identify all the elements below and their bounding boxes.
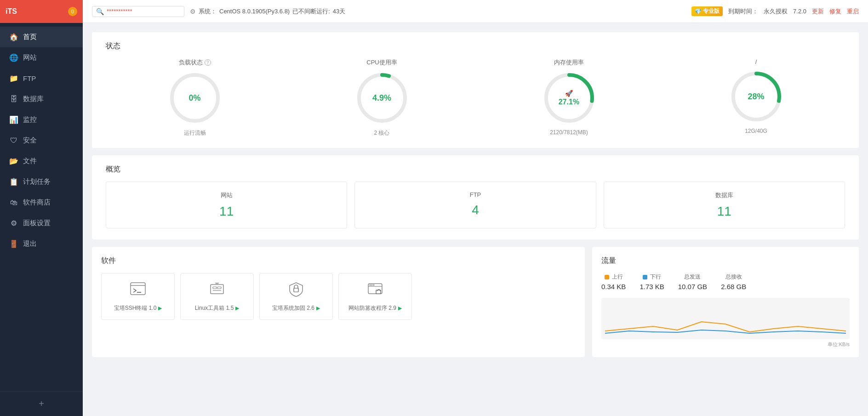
logo-text: iTS bbox=[6, 7, 17, 16]
sidebar-label-cron: 计划任务 bbox=[23, 177, 51, 186]
total-recv-value: 2.68 GB bbox=[721, 283, 746, 291]
sidebar-nav: 🏠 首页 🌐 网站 📁 FTP 🗄 数据库 📊 监控 🛡 安全 📂 文件 📋 bbox=[0, 23, 83, 391]
diamond-icon: 💎 bbox=[695, 8, 702, 15]
home-icon: 🏠 bbox=[9, 33, 18, 41]
database-card-label: 数据库 bbox=[613, 191, 835, 199]
search-box: 🔍 bbox=[92, 6, 184, 17]
traffic-section: 流量 上行 0.34 KB 下行 1.73 KB bbox=[592, 247, 859, 357]
sidebar-logo: iTS 0 bbox=[0, 0, 83, 23]
add-button[interactable]: + bbox=[0, 391, 83, 416]
expiry-value: 永久授权 bbox=[764, 7, 788, 16]
overview-section: 概览 网站 11 FTP 4 数据库 11 bbox=[92, 155, 859, 239]
load-gauge-value: 0% bbox=[188, 93, 200, 103]
sidebar-item-panel-settings[interactable]: ⚙ 面板设置 bbox=[0, 213, 83, 234]
sidebar-label-files: 文件 bbox=[23, 157, 37, 165]
sidebar-item-security[interactable]: 🛡 安全 bbox=[0, 130, 83, 151]
overview-card-database[interactable]: 数据库 11 bbox=[604, 182, 845, 228]
search-input[interactable] bbox=[107, 8, 180, 15]
website-card-label: 网站 bbox=[115, 191, 337, 199]
status-title: 状态 bbox=[106, 41, 845, 51]
down-value: 1.73 KB bbox=[640, 283, 664, 291]
svg-point-20 bbox=[370, 285, 371, 286]
status-section: 状态 负载状态 ? 0% bbox=[92, 32, 859, 148]
linuxtools-name: Linux工具箱 1.5 ▶ bbox=[190, 304, 244, 312]
antitamper-name: 网站防篡改程序 2.9 ▶ bbox=[348, 304, 402, 312]
main-content: 🔍 ⚙ 系统： CentOS 8.0.1905(Py3.6.8) 已不间断运行:… bbox=[83, 0, 868, 416]
restart-link[interactable]: 重启 bbox=[847, 7, 859, 16]
gauge-disk: / 28% 12G/40G bbox=[729, 58, 784, 134]
sidebar-label-monitor: 监控 bbox=[23, 115, 37, 124]
software-card-harden[interactable]: 宝塔系统加固 2.6 ▶ bbox=[259, 273, 333, 320]
gear-icon: ⚙ bbox=[190, 8, 196, 15]
ssh-name: 宝塔SSH终端 1.0 ▶ bbox=[111, 304, 165, 312]
update-link[interactable]: 更新 bbox=[812, 7, 824, 16]
sidebar-label-database: 数据库 bbox=[23, 95, 44, 103]
cpu-gauge-value: 4.9% bbox=[372, 93, 391, 103]
total-send-value: 10.07 GB bbox=[678, 283, 707, 291]
topbar-left: 🔍 ⚙ 系统： CentOS 8.0.1905(Py3.6.8) 已不间断运行:… bbox=[92, 6, 345, 17]
sidebar-item-appstore[interactable]: 🛍 软件商店 bbox=[0, 192, 83, 213]
up-dot bbox=[605, 275, 609, 279]
search-icon: 🔍 bbox=[96, 8, 104, 15]
topbar-right: 💎 专业版 到期时间： 永久授权 7.2.0 更新 修复 重启 bbox=[691, 6, 859, 16]
sidebar-label-website: 网站 bbox=[23, 53, 37, 62]
sidebar-item-logout[interactable]: 🚪 退出 bbox=[0, 234, 83, 254]
page-content: 状态 负载状态 ? 0% bbox=[83, 23, 868, 416]
antitamper-arrow: ▶ bbox=[398, 305, 402, 311]
software-card-ssh[interactable]: 宝塔SSH终端 1.0 ▶ bbox=[101, 273, 175, 320]
sidebar-item-website[interactable]: 🌐 网站 bbox=[0, 47, 83, 68]
bottom-row: 软件 宝塔SSH终端 1.0 bbox=[92, 247, 859, 357]
overview-cards: 网站 11 FTP 4 数据库 11 bbox=[106, 182, 845, 228]
sidebar-item-monitor[interactable]: 📊 监控 bbox=[0, 109, 83, 130]
cpu-gauge-circle: 4.9% bbox=[354, 70, 410, 125]
disk-gauge-value: 28% bbox=[748, 92, 764, 102]
overview-title: 概览 bbox=[106, 165, 845, 174]
pro-label: 专业版 bbox=[703, 7, 720, 15]
total-send-label: 总发送 bbox=[684, 273, 701, 281]
linuxtools-icon bbox=[190, 281, 244, 301]
software-card-antitamper[interactable]: 网站防篡改程序 2.9 ▶ bbox=[338, 273, 412, 320]
disk-gauge-circle: 28% bbox=[729, 69, 784, 124]
svg-rect-8 bbox=[131, 283, 145, 295]
ftp-icon: 📁 bbox=[9, 74, 18, 83]
disk-sub-label: 12G/40G bbox=[745, 128, 767, 134]
website-icon: 🌐 bbox=[9, 53, 18, 62]
traffic-total-send: 总发送 10.07 GB bbox=[678, 273, 707, 291]
software-title: 软件 bbox=[101, 256, 576, 266]
svg-point-21 bbox=[371, 285, 373, 286]
question-icon[interactable]: ? bbox=[205, 59, 211, 66]
monitor-icon: 📊 bbox=[9, 115, 18, 124]
down-label: 下行 bbox=[643, 273, 661, 281]
logout-icon: 🚪 bbox=[9, 239, 18, 248]
memory-label: 内存使用率 bbox=[554, 58, 584, 67]
rocket-icon: 🚀 bbox=[559, 90, 579, 97]
software-card-linuxtools[interactable]: Linux工具箱 1.5 ▶ bbox=[180, 273, 254, 320]
ftp-card-value: 4 bbox=[364, 203, 586, 217]
load-label: 负载状态 ? bbox=[179, 58, 211, 67]
overview-card-ftp[interactable]: FTP 4 bbox=[354, 182, 596, 228]
pro-badge: 💎 专业版 bbox=[691, 6, 723, 16]
sys-label: 系统： bbox=[199, 7, 217, 16]
sidebar-label-appstore: 软件商店 bbox=[23, 198, 51, 207]
harden-arrow: ▶ bbox=[316, 305, 320, 311]
ftp-card-label: FTP bbox=[364, 191, 586, 198]
sidebar-item-home[interactable]: 🏠 首页 bbox=[0, 27, 83, 47]
repair-link[interactable]: 修复 bbox=[829, 7, 841, 16]
uptime-value: 43天 bbox=[333, 7, 345, 16]
sidebar-item-cron[interactable]: 📋 计划任务 bbox=[0, 171, 83, 192]
website-card-value: 11 bbox=[115, 204, 337, 219]
traffic-unit: 单位:KB/s bbox=[601, 341, 850, 348]
svg-rect-17 bbox=[294, 288, 298, 292]
ssh-arrow: ▶ bbox=[158, 305, 162, 311]
version-text: 7.2.0 bbox=[793, 8, 806, 15]
up-label: 上行 bbox=[605, 273, 623, 281]
sidebar-item-database[interactable]: 🗄 数据库 bbox=[0, 89, 83, 109]
antitamper-icon bbox=[348, 281, 402, 301]
down-dot bbox=[643, 275, 647, 279]
gauge-memory: 内存使用率 🚀 27.1% 2120/7812(MB) bbox=[542, 58, 597, 136]
overview-card-website[interactable]: 网站 11 bbox=[106, 182, 347, 228]
files-icon: 📂 bbox=[9, 157, 18, 165]
sidebar-label-home: 首页 bbox=[23, 33, 37, 41]
sidebar-item-ftp[interactable]: 📁 FTP bbox=[0, 68, 83, 89]
sidebar-item-files[interactable]: 📂 文件 bbox=[0, 151, 83, 171]
